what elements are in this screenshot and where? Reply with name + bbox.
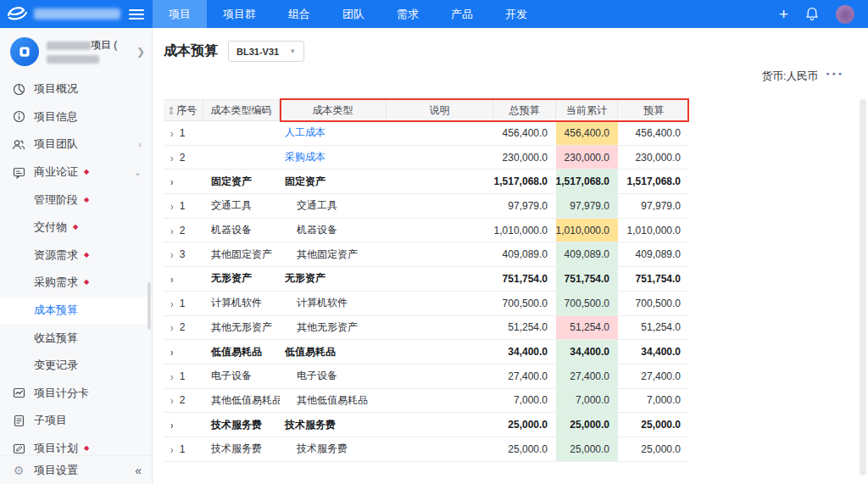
column-header-label: 总预算	[509, 103, 540, 118]
sidebar-item-变更记录[interactable]: 变更记录	[0, 352, 152, 380]
nav-tab-项目[interactable]: 项目	[153, 0, 207, 28]
expand-row-icon[interactable]: ›	[170, 248, 174, 260]
sidebar-item-项目计划[interactable]: 项目计划◆	[0, 435, 152, 455]
description-cell	[387, 316, 493, 340]
vertical-scrollbar[interactable]	[860, 99, 866, 476]
budget-version-value: BL31-V31	[236, 47, 279, 57]
sidebar-scrollbar[interactable]	[147, 282, 151, 330]
expand-row-icon[interactable]: ›	[170, 200, 174, 212]
row-index-cell: ›2	[164, 389, 203, 413]
cost-type-cell[interactable]: 人工成本	[280, 121, 387, 145]
sidebar-item-商业论证[interactable]: 商业论证◆⌄	[0, 159, 152, 186]
expand-row-icon[interactable]: ›	[170, 370, 174, 382]
sidebar-item-项目概况[interactable]: 项目概况	[0, 75, 152, 103]
expand-row-icon[interactable]: ›	[170, 443, 174, 455]
row-index: 1	[180, 370, 186, 382]
sidebar-item-资源需求[interactable]: 资源需求◆	[0, 242, 152, 270]
expand-row-icon[interactable]: ›	[170, 298, 174, 309]
row-index-cell: ›1	[164, 292, 203, 315]
description-cell	[387, 194, 493, 218]
table-row: ›1人工成本456,400.0456,400.0456,400.0	[164, 121, 689, 146]
brand-name-redacted	[34, 8, 120, 19]
pie-chart-icon	[12, 82, 25, 96]
nav-tab-团队[interactable]: 团队	[326, 0, 381, 28]
more-options-icon[interactable]: ●●●	[826, 70, 844, 76]
cost-type-cell: 其他固定资产	[280, 242, 387, 266]
current-accumulated-cell: 456,400.0	[556, 121, 618, 145]
topbar-actions: +	[779, 0, 868, 28]
sidebar-item-采购需求[interactable]: 采购需求◆	[0, 269, 152, 297]
nav-tab-开发[interactable]: 开发	[489, 0, 543, 28]
column-header-预算: 预算	[618, 100, 689, 120]
sidebar-menu: 项目概况项目信息项目团队›商业论证◆⌄管理阶段◆交付物◆资源需求◆采购需求◆成本…	[0, 75, 152, 455]
expand-row-icon[interactable]: ›	[170, 419, 174, 431]
expand-row-icon[interactable]: ›	[170, 225, 174, 236]
add-icon[interactable]: +	[779, 6, 788, 22]
budget-cell: 97,979.0	[618, 194, 689, 218]
chevron-down-icon[interactable]: ⌄	[134, 167, 142, 178]
chevron-right-icon[interactable]: ›	[138, 139, 142, 149]
nav-tab-需求[interactable]: 需求	[381, 0, 435, 28]
sidebar-item-label: 资源需求	[34, 248, 78, 263]
table-row: ›2其他无形资产其他无形资产51,254.051,254.051,254.0	[164, 316, 689, 341]
expand-row-icon[interactable]: ›	[170, 175, 174, 187]
description-cell	[387, 219, 493, 242]
table-header-row: 序号成本类型编码成本类型说明总预算当前累计预算	[164, 99, 689, 121]
cost-type-cell[interactable]: 采购成本	[280, 146, 387, 170]
expand-row-icon[interactable]: ›	[170, 395, 174, 407]
brand-area	[0, 0, 153, 28]
table-row: ›2其他低值易耗品其他低值易耗品7,000.07,000.07,000.0	[164, 389, 689, 414]
sidebar-item-project-settings[interactable]: ⚙ 项目设置 «	[0, 455, 152, 484]
red-diamond-icon: ◆	[84, 169, 89, 175]
total-budget-cell: 34,400.0	[493, 340, 556, 364]
column-header-label: 成本类型编码	[211, 103, 272, 118]
sidebar-item-label: 收益预算	[34, 331, 78, 346]
notification-bell-icon[interactable]	[805, 7, 819, 21]
nav-tab-产品[interactable]: 产品	[435, 0, 489, 28]
total-budget-cell: 27,400.0	[493, 364, 556, 388]
sidebar-item-收益预算[interactable]: 收益预算	[0, 324, 152, 352]
current-accumulated-cell: 1,517,068.0	[556, 170, 618, 193]
expand-row-icon[interactable]: ›	[170, 127, 174, 139]
nav-tab-组合[interactable]: 组合	[272, 0, 326, 28]
nav-tab-项目群[interactable]: 项目群	[207, 0, 272, 28]
sidebar-item-子项目[interactable]: 子项目	[0, 407, 152, 435]
description-cell	[387, 242, 493, 266]
plan-icon	[12, 442, 25, 455]
table-row: ›1计算机软件计算机软件700,500.0700,500.0700,500.0	[164, 292, 689, 316]
expand-row-icon[interactable]: ›	[170, 152, 174, 164]
column-header-label: 序号	[176, 103, 197, 118]
table-row: ›无形资产无形资产751,754.0751,754.0751,754.0	[164, 267, 689, 292]
row-index: 1	[180, 200, 186, 212]
sidebar-item-项目计分卡[interactable]: 项目计分卡	[0, 380, 152, 408]
total-budget-cell: 409,089.0	[493, 242, 556, 266]
chevron-right-icon[interactable]: ❯	[136, 46, 145, 58]
column-header-label: 预算	[643, 103, 664, 118]
description-cell	[387, 170, 493, 193]
sidebar-item-成本预算[interactable]: 成本预算	[0, 297, 152, 325]
business-case-icon	[12, 165, 25, 179]
budget-cell: 230,000.0	[618, 146, 689, 170]
user-avatar[interactable]	[836, 5, 854, 24]
total-budget-cell: 7,000.0	[493, 389, 556, 413]
sidebar-item-管理阶段[interactable]: 管理阶段◆	[0, 186, 152, 214]
hamburger-menu-icon[interactable]	[129, 9, 144, 19]
project-switcher[interactable]: 项目 ( ❯	[0, 28, 152, 75]
top-navigation-bar: 项目项目群组合团队需求产品开发 +	[0, 0, 868, 28]
sidebar-item-项目信息[interactable]: 项目信息	[0, 103, 152, 131]
currency-label: 货币:人民币	[762, 70, 818, 84]
budget-cell: 25,000.0	[618, 437, 689, 461]
expand-row-icon[interactable]: ›	[170, 346, 174, 358]
expand-row-icon[interactable]: ›	[170, 321, 174, 333]
budget-version-select[interactable]: BL31-V31 ▼	[228, 41, 304, 62]
expand-row-icon[interactable]: ›	[170, 273, 174, 285]
cost-type-code-cell: 其他固定资产	[203, 242, 280, 266]
total-budget-cell: 751,754.0	[493, 267, 556, 291]
row-index-cell: ›1	[164, 121, 203, 145]
collapse-sidebar-icon[interactable]: «	[135, 464, 142, 477]
sidebar-item-项目团队[interactable]: 项目团队›	[0, 131, 152, 159]
row-index-cell: ›2	[164, 316, 203, 340]
sidebar-item-label: 交付物	[34, 220, 67, 235]
cost-type-cell: 交通工具	[280, 194, 387, 218]
sidebar-item-交付物[interactable]: 交付物◆	[0, 214, 152, 242]
